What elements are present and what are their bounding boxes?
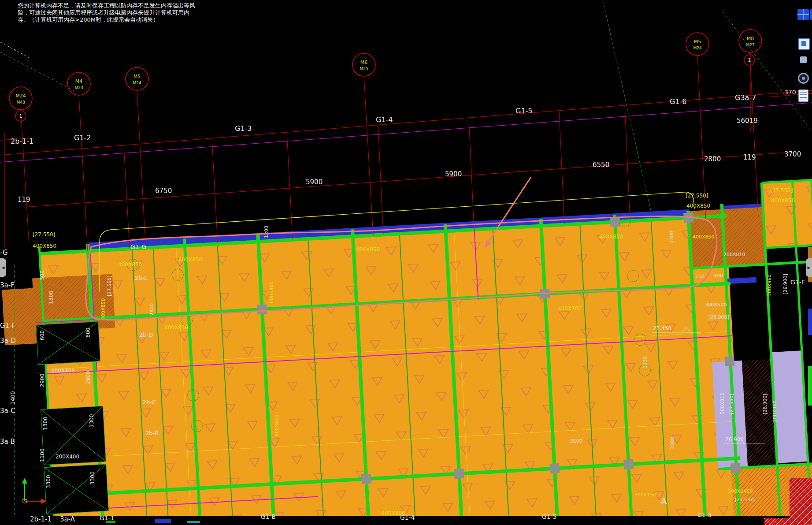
document-icon-line <box>800 94 807 95</box>
cad-text: [27.550] <box>770 187 793 194</box>
cad-text: 1400 <box>10 391 16 405</box>
cad-text: 1100 <box>39 448 45 462</box>
blue-grid-icon[interactable] <box>797 9 809 20</box>
grid-line <box>0 90 812 155</box>
cad-text: 370 <box>784 89 796 96</box>
small-square-icon[interactable] <box>800 56 807 63</box>
cad-text: 400X850 <box>164 324 188 331</box>
ucs-y-arrowhead <box>22 478 27 484</box>
cad-text: 3700 <box>784 150 801 158</box>
cad-text: 6550 <box>593 161 609 169</box>
bubble-label: M24 <box>133 81 141 85</box>
cad-text: 3100 <box>570 438 582 444</box>
collapse-right-tab[interactable]: ▶ <box>806 258 812 277</box>
cad-text: 3a-A <box>60 515 75 523</box>
column <box>623 459 634 469</box>
cad-text: 1300 <box>89 414 95 428</box>
grid-line <box>469 118 474 229</box>
grid-line <box>124 145 130 248</box>
cad-text: 3300 <box>670 437 675 449</box>
grid-line <box>603 0 651 212</box>
cad-text: 200X400 <box>56 454 79 460</box>
bubble-label: M8 <box>747 36 754 41</box>
strip-item-hatch <box>764 518 812 525</box>
cad-viewport[interactable]: M24M48M4M23M5M24M6M25M5M24M8M27112b-1-1G… <box>0 0 812 525</box>
region <box>727 277 757 284</box>
cad-text: 400X850 <box>178 257 202 263</box>
cad-text: 600 <box>39 330 45 340</box>
cad-text: 1200 <box>263 226 269 238</box>
cad-text: 2400 <box>149 303 155 316</box>
cad-text: 200X810 <box>723 252 745 257</box>
grid-line <box>625 105 630 220</box>
cad-text: 2b-1-1 <box>30 515 52 523</box>
cad-text: 119 <box>743 153 756 161</box>
bubble-label: M6 <box>360 60 368 65</box>
grid-line <box>723 11 812 132</box>
grid-line <box>137 90 145 244</box>
cad-text: G1-2 <box>74 134 91 142</box>
plan-group <box>0 178 812 525</box>
cad-text: A <box>661 496 667 506</box>
cad-text: G1-4 <box>400 514 415 521</box>
cad-text: 300X960 <box>767 274 772 296</box>
bubble-label: M24 <box>15 93 26 99</box>
warning-line-2: 险，可通过关闭其他应用程序或者升级电脑内存来提升计算机可用内 <box>18 9 195 16</box>
cad-text: [27.550] <box>729 394 734 414</box>
bubble-label: M48 <box>16 100 25 104</box>
cad-text: 119 <box>18 196 30 204</box>
cad-text: 2b-B <box>145 430 159 436</box>
grid-line <box>21 110 29 245</box>
cad-text: 1300 <box>42 417 48 430</box>
bubble-label: M4 <box>75 78 83 84</box>
cad-text: 500X150 <box>634 492 656 498</box>
cad-text: [26.900] <box>708 314 729 320</box>
cad-text: [27.550] <box>686 193 708 199</box>
grid-line <box>750 65 758 217</box>
grid-line <box>0 103 812 162</box>
cad-text: 2900 <box>85 371 91 384</box>
cad-text: 5900 <box>445 170 462 178</box>
strip-item <box>155 519 171 523</box>
collapse-left-tab[interactable]: ◀ <box>0 258 6 277</box>
blue-grid-icon-partial[interactable] <box>810 9 812 20</box>
cad-text: 400X850 <box>356 246 380 253</box>
cad-text: 400X850 <box>693 234 715 240</box>
grid-line <box>287 132 293 239</box>
cad-text: 3a-C <box>0 407 15 415</box>
bubble-label: 1 <box>19 114 22 119</box>
cad-text: [27.550] <box>735 497 756 503</box>
cad-text: 200X960 <box>772 400 778 422</box>
cad-text: 750 <box>695 274 704 279</box>
panel-icon-inner <box>801 41 806 46</box>
strip-item <box>808 309 812 335</box>
grid-line <box>79 95 88 251</box>
cad-text: -G <box>0 249 8 257</box>
bubble-label: M5 <box>694 39 701 45</box>
cad-text: G1-5 <box>542 513 557 520</box>
cad-text: 6750 <box>155 187 172 195</box>
grid-line <box>212 138 218 243</box>
cad-text: [26.900] <box>782 274 788 294</box>
cad-text: G1-6 <box>670 97 687 106</box>
cad-text: 300X500 <box>705 302 727 308</box>
cad-text: 400X850 <box>100 298 106 320</box>
cad-text: 1800 <box>48 290 54 304</box>
column <box>549 463 560 473</box>
cad-text: G1-B <box>261 513 276 520</box>
cad-text: 400X700 <box>558 305 582 312</box>
cad-text: 2800 <box>704 155 721 163</box>
warning-line-3: 存。（计算机可用内存>200M时，此提示会自动消失） <box>18 16 195 23</box>
column <box>724 356 734 366</box>
bubble-label: M27 <box>746 43 754 47</box>
panel-icon[interactable] <box>798 38 810 50</box>
document-icon[interactable] <box>798 89 808 102</box>
gear-icon[interactable] <box>798 73 809 84</box>
cad-text: 400X850 <box>599 234 623 240</box>
cad-text: 400X850 <box>771 197 795 204</box>
bubble-label: M24 <box>693 46 701 50</box>
cad-text: C1-3 <box>697 511 712 518</box>
memory-warning: 您的计算机内存不足，请及时保存工程以防内存不足发生内存溢出等风 险，可通过关闭其… <box>18 2 195 23</box>
cad-text: 600X800 <box>274 414 280 436</box>
warning-line-1: 您的计算机内存不足，请及时保存工程以防内存不足发生内存溢出等风 <box>18 2 195 9</box>
